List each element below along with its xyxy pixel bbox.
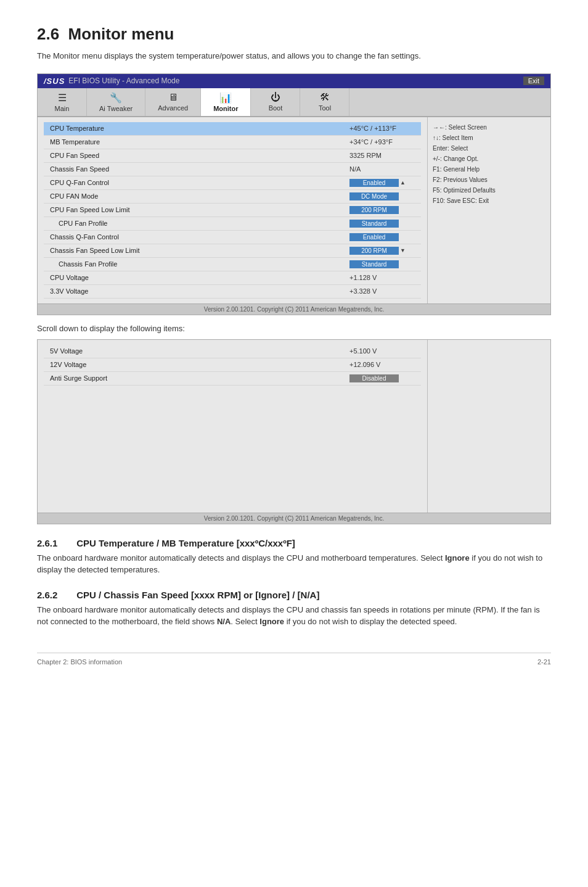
chassis-fan-speed-label: Chassis Fan Speed — [47, 165, 349, 173]
chassis-fan-low-badge: 200 RPM — [349, 247, 399, 255]
cpu-fan-mode-label: CPU FAN Mode — [47, 192, 349, 200]
cpu-fan-speed-label: CPU Fan Speed — [47, 152, 349, 159]
chassis-fan-profile-value: Standard — [349, 260, 417, 268]
sidebar-line-6: F2: Previous Values — [433, 175, 545, 185]
tool-icon: 🛠 — [320, 92, 330, 103]
bios-scrolled-content: 5V Voltage +5.100 V 12V Voltage +12.096 … — [38, 340, 550, 513]
33v-voltage-value: +3.328 V — [349, 287, 417, 295]
bios-row-12v[interactable]: 12V Voltage +12.096 V — [44, 358, 421, 372]
anti-surge-value: Disabled — [349, 374, 417, 382]
bios-row-chassis-fan-low[interactable]: Chassis Fan Speed Low Limit 200 RPM ▼ — [44, 244, 421, 258]
bios-exit-button[interactable]: Exit — [523, 76, 544, 85]
nav-advanced[interactable]: 🖥 Advanced — [145, 88, 201, 116]
cpu-fan-profile-value: Standard — [349, 220, 417, 228]
nav-monitor[interactable]: 📊 Monitor — [201, 88, 251, 116]
sidebar-line-8: F10: Save ESC: Exit — [433, 196, 545, 206]
sidebar-line-2: ↑↓: Select Item — [433, 133, 545, 143]
cpu-qfan-label: CPU Q-Fan Control — [47, 179, 349, 186]
subsection-262-number: 2.6.2 — [37, 590, 74, 600]
nav-ai-tweaker-label: Ai Tweaker — [99, 105, 133, 112]
subsection-261-heading: CPU Temperature / MB Temperature [xxxºC/… — [76, 538, 295, 548]
subsection-262-heading: CPU / Chassis Fan Speed [xxxx RPM] or [I… — [76, 590, 319, 600]
12v-value: +12.096 V — [349, 361, 417, 368]
ignore-bold-261: Ignore — [445, 553, 470, 563]
nav-boot-label: Boot — [269, 104, 283, 112]
nav-advanced-label: Advanced — [158, 104, 188, 112]
nav-monitor-label: Monitor — [213, 105, 238, 112]
cpu-temp-value: +45°C / +113°F — [349, 125, 417, 132]
bios-row-cpu-fan-mode[interactable]: CPU FAN Mode DC Mode — [44, 190, 421, 204]
section-title: 2.6 Monitor menu — [37, 25, 551, 44]
cpu-fan-low-value: 200 RPM — [349, 206, 417, 214]
5v-value: +5.100 V — [349, 347, 417, 355]
sidebar-line-5: F1: General Help — [433, 164, 545, 175]
33v-voltage-label: 3.3V Voltage — [47, 287, 349, 295]
subsection-262-desc: The onboard hardware monitor automatical… — [37, 604, 551, 628]
bios-row-cpu-fan-speed[interactable]: CPU Fan Speed 3325 RPM — [44, 149, 421, 163]
scroll-description: Scroll down to display the following ite… — [37, 324, 551, 333]
bios-row-cpu-temp[interactable]: CPU Temperature +45°C / +113°F — [44, 122, 421, 136]
cpu-fan-low-badge: 200 RPM — [349, 206, 399, 214]
bios-main-panel: CPU Temperature +45°C / +113°F MB Temper… — [38, 117, 427, 303]
cpu-fan-low-label: CPU Fan Speed Low Limit — [47, 206, 349, 213]
bios-row-cpu-voltage[interactable]: CPU Voltage +1.128 V — [44, 271, 421, 285]
bios-row-chassis-fan-speed[interactable]: Chassis Fan Speed N/A — [44, 163, 421, 176]
boot-icon: ⏻ — [271, 92, 280, 103]
bios-row-anti-surge[interactable]: Anti Surge Support Disabled — [44, 372, 421, 386]
cpu-fan-profile-label: CPU Fan Profile — [47, 220, 349, 227]
anti-surge-label: Anti Surge Support — [47, 374, 349, 382]
chassis-qfan-value: Enabled — [349, 233, 417, 241]
chassis-fan-low-value: 200 RPM ▼ — [349, 247, 417, 255]
advanced-icon: 🖥 — [168, 92, 178, 103]
bios-row-cpu-fan-low[interactable]: CPU Fan Speed Low Limit 200 RPM — [44, 204, 421, 217]
chassis-fan-profile-badge: Standard — [349, 260, 399, 268]
nav-main-label: Main — [55, 105, 70, 112]
footer-right: 2-21 — [537, 658, 551, 666]
sidebar-line-3: Enter: Select — [433, 143, 545, 154]
chassis-qfan-label: Chassis Q-Fan Control — [47, 233, 349, 241]
chassis-fan-low-label: Chassis Fan Speed Low Limit — [47, 247, 349, 254]
cpu-voltage-value: +1.128 V — [349, 274, 417, 281]
na-bold-262: N/A — [217, 617, 231, 626]
sidebar-line-1: →←: Select Screen — [433, 122, 545, 133]
bios-header-title: EFI BIOS Utility - Advanced Mode — [68, 76, 179, 85]
bios-row-5v[interactable]: 5V Voltage +5.100 V — [44, 345, 421, 358]
bios-nav: ☰ Main 🔧 Ai Tweaker 🖥 Advanced 📊 Monitor… — [38, 88, 550, 117]
anti-surge-badge: Disabled — [349, 374, 399, 382]
sidebar-line-7: F5: Optimized Defaults — [433, 185, 545, 196]
ai-tweaker-icon: 🔧 — [110, 92, 122, 104]
nav-boot[interactable]: ⏻ Boot — [251, 88, 300, 116]
nav-tool[interactable]: 🛠 Tool — [300, 88, 349, 116]
bios-header-left: /SUS EFI BIOS Utility - Advanced Mode — [44, 76, 179, 86]
ignore-bold-262: Ignore — [259, 617, 284, 626]
cpu-qfan-value: Enabled ▲ — [349, 179, 417, 187]
cpu-fan-mode-badge: DC Mode — [349, 192, 399, 200]
bios-row-cpu-qfan[interactable]: CPU Q-Fan Control Enabled ▲ — [44, 176, 421, 190]
section-description: The Monitor menu displays the system tem… — [37, 50, 551, 62]
cpu-fan-profile-badge: Standard — [349, 220, 399, 228]
chassis-fan-speed-value: N/A — [349, 165, 417, 173]
subsection-261-number: 2.6.1 — [37, 538, 74, 548]
cpu-fan-speed-value: 3325 RPM — [349, 152, 417, 159]
main-icon: ☰ — [58, 92, 67, 104]
subsection-261-desc: The onboard hardware monitor automatical… — [37, 552, 551, 576]
page-footer: Chapter 2: BIOS information 2-21 — [37, 653, 551, 666]
chassis-qfan-badge: Enabled — [349, 233, 399, 241]
subsection-262-title: 2.6.2 CPU / Chassis Fan Speed [xxxx RPM]… — [37, 590, 551, 600]
bios-footer: Version 2.00.1201. Copyright (C) 2011 Am… — [38, 303, 550, 315]
nav-ai-tweaker[interactable]: 🔧 Ai Tweaker — [87, 88, 145, 116]
asus-logo: /SUS — [44, 76, 65, 86]
bios-row-33v-voltage[interactable]: 3.3V Voltage +3.328 V — [44, 285, 421, 299]
bios-row-cpu-fan-profile[interactable]: CPU Fan Profile Standard — [44, 217, 421, 231]
bios-row-chassis-qfan[interactable]: Chassis Q-Fan Control Enabled — [44, 231, 421, 244]
bios-screen-main: /SUS EFI BIOS Utility - Advanced Mode Ex… — [37, 73, 551, 315]
5v-label: 5V Voltage — [47, 347, 349, 355]
bios-screen-scrolled: 5V Voltage +5.100 V 12V Voltage +12.096 … — [37, 339, 551, 524]
nav-main[interactable]: ☰ Main — [38, 88, 87, 116]
bios-row-mb-temp[interactable]: MB Temperature +34°C / +93°F — [44, 136, 421, 149]
bios-scrolled-sidebar — [427, 340, 550, 513]
bios-row-chassis-fan-profile[interactable]: Chassis Fan Profile Standard — [44, 258, 421, 271]
cpu-voltage-label: CPU Voltage — [47, 274, 349, 281]
subsection-261-title: 2.6.1 CPU Temperature / MB Temperature [… — [37, 538, 551, 548]
monitor-icon: 📊 — [219, 92, 232, 104]
